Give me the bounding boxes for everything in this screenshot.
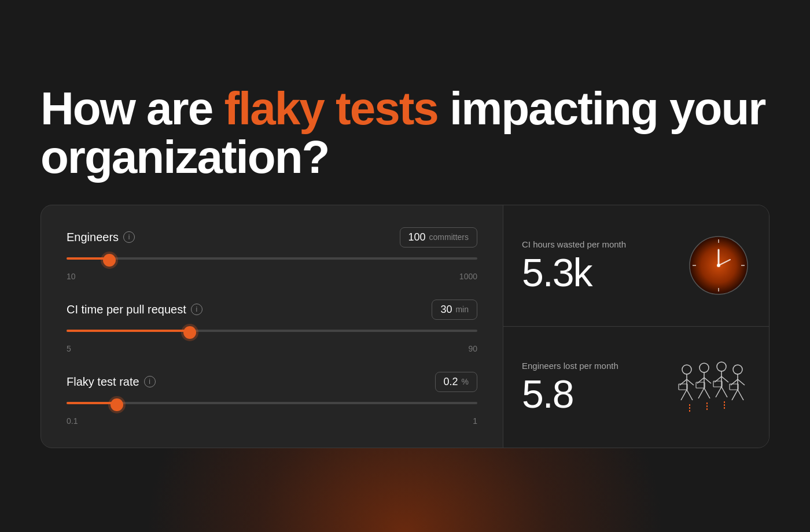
svg-point-22: [717, 362, 726, 371]
svg-line-34: [738, 390, 743, 400]
sliders-panel: Engineers i 100 committers 10 1000: [41, 205, 503, 448]
flaky-rate-value-badge: 0.2 %: [435, 372, 477, 392]
clock-illustration: [687, 234, 750, 297]
flaky-rate-min: 0.1: [67, 416, 78, 426]
engineers-slider-header: Engineers i 100 committers: [67, 227, 477, 247]
ci-time-min: 5: [67, 344, 71, 353]
svg-line-12: [681, 390, 687, 400]
ci-time-label-wrap: CI time per pull request i: [67, 303, 203, 316]
ci-time-max: 90: [468, 344, 477, 353]
ci-time-range-labels: 5 90: [67, 344, 477, 353]
ci-hours-text: CI hours wasted per month 5.3k: [522, 239, 626, 292]
engineers-slider-group: Engineers i 100 committers 10 1000: [67, 227, 477, 281]
ci-time-value: 30: [440, 304, 452, 316]
svg-line-33: [732, 390, 738, 400]
flaky-rate-slider-group: Flaky test rate i 0.2 % 0.1 1: [67, 372, 477, 426]
engineers-lost-value: 5.8: [522, 374, 618, 413]
engineers-unit: committers: [429, 232, 469, 242]
engineers-lost-label: Engineers lost per month: [522, 361, 618, 371]
engineers-value-badge: 100 committers: [400, 227, 478, 247]
svg-line-13: [687, 390, 693, 400]
engineers-range-wrapper: [67, 253, 477, 264]
svg-line-27: [721, 387, 727, 397]
engineers-info-icon[interactable]: i: [123, 231, 135, 243]
flaky-rate-max: 1: [473, 416, 477, 426]
ci-time-input[interactable]: [67, 331, 477, 334]
page-container: How are flaky tests impacting your organ…: [41, 84, 770, 448]
engineers-illustration: [675, 355, 750, 419]
ci-time-unit: min: [455, 305, 469, 314]
svg-point-29: [733, 365, 742, 374]
ci-time-range-wrapper: [67, 326, 477, 336]
calculator-card: Engineers i 100 committers 10 1000: [41, 205, 770, 448]
engineers-lost-metric: Engineers lost per month 5.8: [503, 327, 769, 448]
metrics-panel: CI hours wasted per month 5.3k: [503, 205, 769, 448]
ci-hours-label: CI hours wasted per month: [522, 239, 626, 249]
engineers-min: 10: [67, 272, 76, 281]
engineers-max: 1000: [459, 272, 477, 281]
flaky-rate-label-wrap: Flaky test rate i: [67, 375, 156, 389]
headline-highlight: flaky tests: [224, 83, 437, 134]
ci-time-value-badge: 30 min: [432, 300, 477, 320]
ci-time-slider-header: CI time per pull request i 30 min: [67, 300, 477, 320]
ci-hours-value: 5.3k: [522, 253, 626, 292]
flaky-rate-info-icon[interactable]: i: [144, 376, 156, 387]
ci-time-slider-group: CI time per pull request i 30 min 5 90: [67, 300, 477, 353]
svg-point-8: [682, 365, 691, 374]
svg-line-11: [687, 379, 694, 385]
svg-line-19: [698, 388, 704, 398]
engineers-input[interactable]: [67, 259, 477, 261]
engineers-value: 100: [408, 231, 426, 243]
svg-point-15: [699, 363, 709, 372]
svg-line-32: [738, 379, 745, 385]
flaky-rate-input[interactable]: [67, 404, 477, 406]
flaky-rate-label: Flaky test rate: [67, 375, 139, 389]
main-headline: How are flaky tests impacting your organ…: [41, 84, 770, 182]
svg-line-26: [716, 387, 721, 397]
ci-time-label: CI time per pull request: [67, 303, 186, 316]
flaky-rate-value: 0.2: [444, 376, 458, 388]
ci-time-info-icon[interactable]: i: [191, 304, 203, 315]
engineers-range-labels: 10 1000: [67, 272, 477, 281]
engineers-label: Engineers: [67, 231, 119, 244]
engineers-label-wrap: Engineers i: [67, 231, 135, 244]
flaky-rate-range-wrapper: [67, 398, 477, 408]
flaky-rate-unit: %: [462, 377, 469, 386]
headline-prefix: How are: [41, 83, 224, 134]
flaky-rate-range-labels: 0.1 1: [67, 416, 477, 426]
engineers-lost-text: Engineers lost per month 5.8: [522, 361, 618, 413]
svg-line-20: [704, 388, 710, 398]
svg-line-18: [704, 378, 711, 383]
ci-hours-metric: CI hours wasted per month 5.3k: [503, 205, 769, 327]
flaky-rate-slider-header: Flaky test rate i 0.2 %: [67, 372, 477, 392]
svg-line-25: [721, 376, 728, 382]
